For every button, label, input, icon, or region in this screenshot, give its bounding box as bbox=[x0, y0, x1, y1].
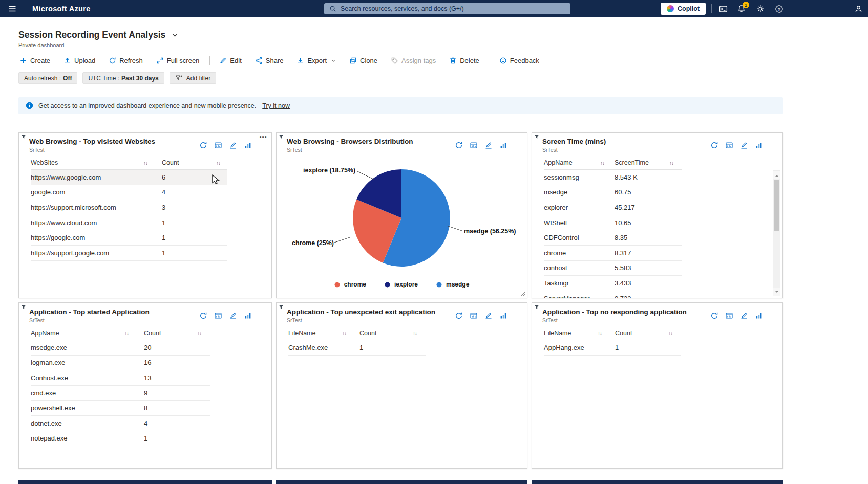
table-row[interactable]: WfShell10.65 bbox=[544, 215, 682, 231]
tile-edit-query-icon[interactable] bbox=[740, 312, 748, 323]
tile-customize-icon[interactable] bbox=[470, 141, 478, 153]
column-header-count[interactable]: Count↑↓ bbox=[359, 329, 426, 337]
sort-icon[interactable]: ↑↓ bbox=[197, 331, 201, 336]
sort-icon[interactable]: ↑↓ bbox=[668, 331, 672, 336]
sort-icon[interactable]: ↑↓ bbox=[216, 160, 220, 166]
fullscreen-button[interactable]: Full screen bbox=[155, 55, 201, 67]
table-row[interactable]: logman.exe16 bbox=[31, 356, 210, 371]
add-filter-button[interactable]: Add filter bbox=[170, 72, 216, 84]
tile-open-chart-icon[interactable] bbox=[499, 141, 507, 153]
table-row[interactable]: Conhost.exe13 bbox=[31, 370, 210, 386]
tile-open-chart-icon[interactable] bbox=[755, 141, 763, 153]
table-row[interactable]: Taskmgr3.433 bbox=[544, 276, 682, 291]
column-header-screentime[interactable]: ScreenTime↑↓ bbox=[615, 159, 682, 166]
help-icon[interactable]: ? bbox=[771, 0, 787, 17]
table-row[interactable]: https://google.com1 bbox=[31, 230, 227, 246]
tile-refresh-icon[interactable] bbox=[455, 312, 463, 323]
tile-edit-query-icon[interactable] bbox=[229, 312, 237, 323]
clone-button[interactable]: Clone bbox=[348, 55, 378, 67]
scrollbar-track[interactable] bbox=[773, 179, 780, 288]
column-header-appname[interactable]: AppName↑↓ bbox=[31, 329, 144, 337]
table-row[interactable]: ServerManager0.733 bbox=[544, 291, 682, 298]
tile-edit-query-icon[interactable] bbox=[484, 141, 493, 153]
tile-open-chart-icon[interactable] bbox=[755, 312, 763, 323]
column-header-count[interactable]: Count↑↓ bbox=[162, 159, 227, 166]
refresh-button[interactable]: Refresh bbox=[108, 55, 144, 67]
tile-customize-icon[interactable] bbox=[725, 312, 733, 323]
sort-icon[interactable]: ↑↓ bbox=[669, 160, 673, 166]
upload-button[interactable]: Upload bbox=[62, 55, 96, 67]
chevron-down-icon[interactable] bbox=[172, 32, 178, 38]
sort-icon[interactable]: ↑↓ bbox=[600, 160, 604, 166]
feedback-button[interactable]: Feedback bbox=[498, 55, 540, 67]
tile-refresh-icon[interactable] bbox=[710, 312, 718, 323]
tile-more-menu[interactable]: ⋯ bbox=[259, 133, 267, 142]
utc-time-filter-pill[interactable]: UTC Time :Past 30 days bbox=[82, 72, 164, 84]
cloud-shell-icon[interactable] bbox=[715, 0, 731, 17]
tile-edit-query-icon[interactable] bbox=[740, 141, 748, 153]
settings-gear-icon[interactable] bbox=[752, 0, 769, 17]
table-row[interactable]: msedge60.75 bbox=[544, 185, 682, 201]
account-avatar-icon[interactable] bbox=[850, 0, 866, 17]
scrollbar-thumb[interactable] bbox=[774, 180, 779, 231]
notifications-bell-icon[interactable]: 1 bbox=[733, 0, 750, 17]
tile-customize-icon[interactable] bbox=[214, 312, 222, 323]
tile-edit-query-icon[interactable] bbox=[229, 141, 237, 153]
sort-icon[interactable]: ↑↓ bbox=[143, 160, 147, 166]
column-header-filename[interactable]: FileName↑↓ bbox=[288, 329, 359, 337]
table-row[interactable]: cmd.exe9 bbox=[31, 386, 210, 401]
table-row[interactable]: AppHang.exe1 bbox=[544, 340, 681, 356]
table-row[interactable]: CrashMe.exe1 bbox=[288, 340, 426, 356]
sort-icon[interactable]: ↑↓ bbox=[124, 331, 129, 336]
assign-tags-button[interactable]: Assign tags bbox=[390, 55, 437, 67]
column-header-filename[interactable]: FileName↑↓ bbox=[544, 329, 615, 337]
table-row[interactable]: https://support.microsoft.com3 bbox=[31, 200, 227, 215]
column-header-count[interactable]: Count↑↓ bbox=[615, 329, 681, 337]
tile-refresh-icon[interactable] bbox=[199, 312, 207, 323]
resize-handle[interactable] bbox=[521, 292, 525, 296]
column-header-appname[interactable]: AppName↑↓ bbox=[544, 159, 615, 166]
export-button[interactable]: Export bbox=[295, 55, 337, 67]
delete-button[interactable]: Delete bbox=[448, 55, 480, 67]
tile-customize-icon[interactable] bbox=[725, 141, 733, 153]
table-row[interactable]: msedge.exe20 bbox=[31, 340, 210, 356]
tile-refresh-icon[interactable] bbox=[199, 141, 207, 153]
tile-customize-icon[interactable] bbox=[214, 141, 222, 153]
column-header-count[interactable]: Count↑↓ bbox=[144, 329, 210, 337]
brand[interactable]: Microsoft Azure bbox=[32, 0, 91, 17]
try-it-now-link[interactable]: Try it now bbox=[262, 102, 290, 109]
tile-edit-query-icon[interactable] bbox=[484, 312, 493, 323]
table-row[interactable]: conhost5.583 bbox=[544, 261, 682, 276]
tile-refresh-icon[interactable] bbox=[455, 141, 463, 153]
sort-icon[interactable]: ↑↓ bbox=[342, 331, 346, 336]
table-row[interactable]: notepad.exe1 bbox=[31, 431, 210, 447]
column-header-websites[interactable]: WebSites↑↓ bbox=[31, 159, 162, 166]
tile-open-chart-icon[interactable] bbox=[244, 141, 252, 153]
table-row[interactable]: CDFControl8.35 bbox=[544, 230, 682, 246]
table-row[interactable]: dotnet.exe4 bbox=[31, 416, 210, 431]
share-button[interactable]: Share bbox=[254, 55, 285, 67]
table-row[interactable]: sessionmsg8.543 K bbox=[544, 170, 682, 185]
table-row[interactable]: https://www.cloud.com1 bbox=[31, 215, 227, 231]
tile-refresh-icon[interactable] bbox=[710, 141, 718, 153]
create-button[interactable]: Create bbox=[18, 55, 51, 67]
hamburger-menu-icon[interactable] bbox=[4, 0, 20, 17]
table-row[interactable]: https://www.google.com6 bbox=[31, 170, 227, 185]
resize-handle[interactable] bbox=[265, 292, 270, 296]
table-row[interactable]: explorer45.217 bbox=[544, 200, 682, 215]
tile-open-chart-icon[interactable] bbox=[499, 312, 507, 323]
tile-customize-icon[interactable] bbox=[470, 312, 478, 323]
search-input[interactable]: Search resources, services, and docs (G+… bbox=[324, 3, 570, 14]
sort-icon[interactable]: ↑↓ bbox=[413, 331, 417, 336]
resize-handle[interactable] bbox=[776, 292, 781, 296]
tile-open-chart-icon[interactable] bbox=[244, 312, 252, 323]
vertical-scrollbar[interactable] bbox=[773, 170, 780, 296]
scroll-up-arrow-icon[interactable] bbox=[773, 171, 780, 179]
copilot-button[interactable]: Copilot bbox=[661, 3, 706, 15]
sort-icon[interactable]: ↑↓ bbox=[598, 331, 602, 336]
auto-refresh-filter-pill[interactable]: Auto refresh :Off bbox=[18, 72, 77, 84]
table-row[interactable]: https://support.google.com1 bbox=[31, 246, 227, 261]
table-row[interactable]: powershell.exe8 bbox=[31, 401, 210, 416]
table-row[interactable]: google.com4 bbox=[31, 185, 227, 201]
edit-button[interactable]: Edit bbox=[218, 55, 242, 67]
